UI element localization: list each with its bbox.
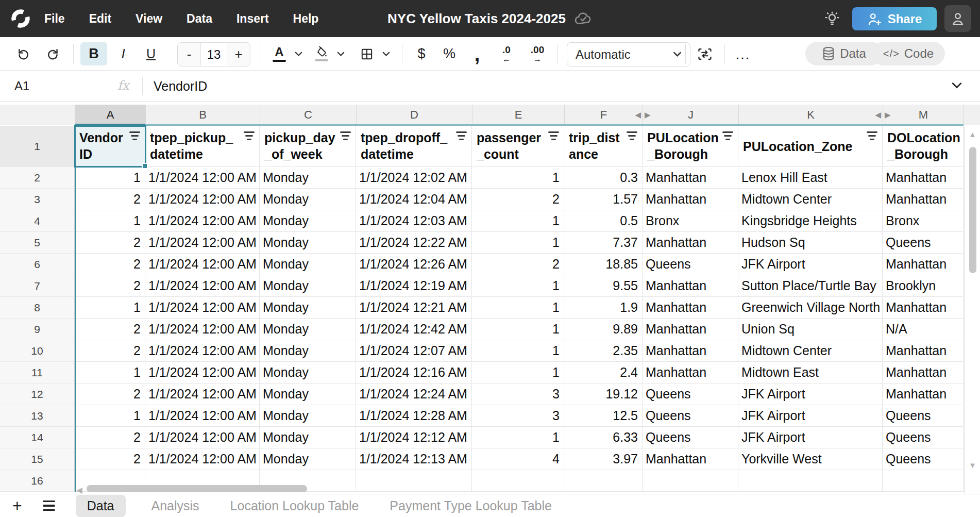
cell-F11[interactable]: 2.4 (564, 362, 643, 383)
grid-corner[interactable] (0, 105, 75, 125)
sheet-list-menu-icon[interactable] (43, 501, 55, 511)
hidden-columns-marker-icon[interactable]: ▶ (885, 105, 891, 125)
font-size-decrease-button[interactable]: - (178, 43, 200, 66)
cell-B6[interactable]: 1/1/2024 12:00 AM (145, 254, 260, 275)
cell-reference[interactable]: A1 (14, 71, 29, 102)
row-header-8[interactable]: 8 (0, 297, 75, 319)
cell-F5[interactable]: 7.37 (564, 232, 643, 254)
cell-B8[interactable]: 1/1/2024 12:00 AM (145, 297, 260, 319)
filter-icon[interactable] (340, 131, 351, 140)
scroll-left-icon[interactable]: ◀ (75, 486, 83, 494)
scroll-down-icon[interactable]: ▼ (965, 461, 980, 470)
cell-D10[interactable]: 1/1/2024 12:07 AM (356, 340, 472, 362)
filter-icon[interactable] (722, 131, 733, 140)
cell-E13[interactable]: 3 (472, 405, 564, 427)
menu-data[interactable]: Data (187, 12, 212, 26)
cell-E7[interactable]: 1 (472, 275, 564, 297)
cell-C11[interactable]: Monday (260, 362, 356, 383)
cell-M7[interactable]: Brooklyn (883, 275, 964, 297)
cell-J13[interactable]: Queens (643, 405, 738, 427)
cell-M14[interactable]: Queens (883, 427, 964, 448)
row-header-3[interactable]: 3 (0, 189, 75, 210)
tab-location-lookup-table[interactable]: Location Lookup Table (225, 495, 364, 517)
text-color-button[interactable]: A (268, 42, 291, 65)
cell-E14[interactable]: 1 (472, 427, 564, 448)
cell-B12[interactable]: 1/1/2024 12:00 AM (145, 383, 260, 405)
cell-J10[interactable]: Manhattan (643, 340, 738, 362)
cell-A10[interactable]: 2 (75, 340, 145, 362)
cell-F9[interactable]: 9.89 (564, 319, 643, 340)
cell-M8[interactable]: Manhattan (883, 297, 964, 319)
cell-D6[interactable]: 1/1/2024 12:26 AM (356, 254, 472, 275)
borders-button[interactable] (356, 42, 378, 65)
tab-analysis[interactable]: Analysis (146, 495, 205, 517)
cell-E5[interactable]: 1 (472, 232, 564, 254)
row-header-1[interactable]: 1 (0, 126, 75, 167)
cell-C7[interactable]: Monday (260, 275, 356, 297)
cell-B2[interactable]: 1/1/2024 12:00 AM (145, 167, 260, 189)
cell-C8[interactable]: Monday (260, 297, 356, 319)
row-header-10[interactable]: 10 (0, 340, 75, 362)
cell-A15[interactable]: 2 (75, 448, 145, 470)
horizontal-scrollbar-thumb[interactable] (87, 485, 307, 492)
cell-K10[interactable]: Midtown Center (738, 340, 883, 362)
code-panel-button[interactable]: </> Code (872, 42, 945, 65)
cell-K8[interactable]: Greenwich Village North (738, 297, 883, 319)
tab-payment-type-lookup-table[interactable]: Payment Type Lookup Table (384, 495, 557, 517)
cell-D3[interactable]: 1/1/2024 12:04 AM (356, 189, 472, 210)
cell-D4[interactable]: 1/1/2024 12:03 AM (356, 210, 472, 232)
cell-C13[interactable]: Monday (260, 405, 356, 427)
cell-K15[interactable]: Yorkville West (738, 448, 883, 470)
header-cell-J1[interactable]: PULocation_Borough (643, 126, 738, 167)
cell-J4[interactable]: Bronx (643, 210, 738, 232)
menu-view[interactable]: View (136, 12, 162, 26)
cell-D2[interactable]: 1/1/2024 12:02 AM (356, 167, 472, 189)
hidden-columns-marker-icon[interactable]: ◀ (875, 105, 881, 125)
cell-K6[interactable]: JFK Airport (738, 254, 883, 275)
row-header-14[interactable]: 14 (0, 427, 75, 448)
cell-B10[interactable]: 1/1/2024 12:00 AM (145, 340, 260, 362)
header-cell-K1[interactable]: PULocation_Zone (738, 126, 883, 167)
cell-F10[interactable]: 2.35 (564, 340, 643, 362)
cell-M2[interactable]: Manhattan (883, 167, 964, 189)
menu-file[interactable]: File (44, 12, 65, 26)
cell-A8[interactable]: 1 (75, 297, 145, 319)
vertical-scrollbar-thumb[interactable] (969, 147, 976, 273)
menu-insert[interactable]: Insert (236, 12, 269, 26)
cell-C2[interactable]: Monday (260, 167, 356, 189)
cell-M12[interactable]: Manhattan (883, 383, 964, 405)
filter-icon[interactable] (548, 131, 559, 140)
comma-format-button[interactable]: , (466, 42, 488, 75)
cell-E10[interactable]: 1 (472, 340, 564, 362)
cell-F16[interactable] (564, 470, 643, 492)
row-header-13[interactable]: 13 (0, 405, 75, 427)
formula-input[interactable]: VendorID (154, 71, 207, 102)
cell-A12[interactable]: 2 (75, 383, 145, 405)
column-header-F[interactable]: F◀ (565, 105, 643, 125)
header-cell-A1[interactable]: VendorID (75, 126, 145, 167)
cell-J12[interactable]: Queens (643, 383, 738, 405)
add-sheet-button[interactable]: + (12, 497, 22, 514)
cell-M10[interactable]: Manhattan (883, 340, 964, 362)
cell-J14[interactable]: Queens (643, 427, 738, 448)
italic-button[interactable]: I (111, 42, 135, 65)
hidden-columns-marker-icon[interactable]: ▶ (645, 105, 651, 125)
menu-help[interactable]: Help (293, 12, 319, 26)
bold-button[interactable]: B (80, 42, 107, 65)
fill-color-button[interactable] (310, 42, 333, 65)
filter-icon[interactable] (867, 131, 877, 140)
row-header-12[interactable]: 12 (0, 383, 75, 405)
header-cell-M1[interactable]: DOLocation_Borough (883, 126, 964, 167)
cell-M15[interactable]: Queens (883, 448, 964, 470)
share-button[interactable]: Share (852, 7, 937, 30)
font-size-value[interactable]: 13 (200, 43, 227, 66)
cell-D15[interactable]: 1/1/2024 12:13 AM (356, 448, 472, 470)
header-cell-C1[interactable]: pickup_day_of_week (260, 126, 356, 167)
cell-F4[interactable]: 0.5 (564, 210, 643, 232)
header-cell-F1[interactable]: trip_distance (564, 126, 643, 167)
row-header-11[interactable]: 11 (0, 362, 75, 383)
cell-J9[interactable]: Manhattan (643, 319, 738, 340)
currency-format-button[interactable]: $ (410, 42, 433, 65)
row-header-15[interactable]: 15 (0, 448, 75, 470)
column-header-D[interactable]: D (357, 105, 472, 125)
